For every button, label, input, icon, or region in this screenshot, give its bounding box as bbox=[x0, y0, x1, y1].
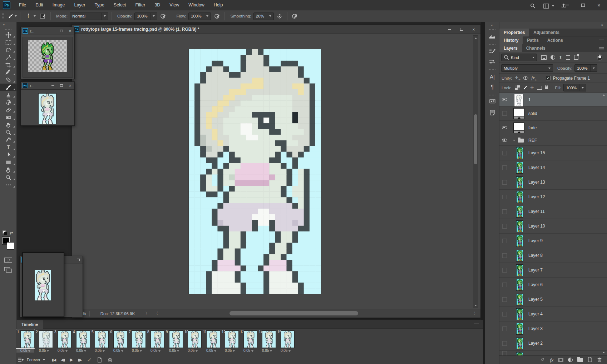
timeline-frame-5[interactable]: 5 0.05 bbox=[91, 330, 109, 353]
flow-select[interactable]: 100% bbox=[188, 13, 211, 20]
pale-character-preview[interactable] bbox=[35, 270, 51, 300]
layer-row[interactable]: Layer 8 bbox=[499, 248, 607, 263]
close-button[interactable]: × bbox=[591, 0, 607, 10]
floating-preview-window-front[interactable] bbox=[22, 252, 64, 317]
timeline-frame-15[interactable]: 15 0.05 bbox=[277, 330, 295, 353]
timeline-frame-6[interactable]: 6 0.05 bbox=[109, 330, 127, 353]
menu-3d[interactable]: 3D bbox=[150, 0, 165, 10]
timeline-frame-8[interactable]: 8 0.05 bbox=[147, 330, 164, 353]
layer-thumbnail[interactable] bbox=[516, 279, 523, 291]
timeline-frame-10[interactable]: 10 0.05 bbox=[184, 330, 202, 353]
layer-thumbnail[interactable] bbox=[516, 264, 523, 276]
smudge-tool[interactable] bbox=[0, 121, 17, 129]
frame-duration-select[interactable]: 0.05 bbox=[221, 349, 239, 353]
background-color-swatch[interactable] bbox=[7, 242, 14, 250]
pale-character-preview[interactable] bbox=[38, 93, 56, 124]
visibility-checkbox[interactable] bbox=[499, 307, 510, 321]
menu-window[interactable]: Window bbox=[184, 0, 209, 10]
pen-tool[interactable] bbox=[0, 136, 17, 144]
swap-colors-icon[interactable]: ⇄ bbox=[10, 231, 13, 235]
doc-size-info[interactable]: Doc: 12.3K/196.9K bbox=[90, 311, 145, 316]
timeline-frame-12[interactable]: 12 0.05 bbox=[221, 330, 239, 353]
visibility-checkbox[interactable] bbox=[499, 106, 510, 120]
layer-style-icon[interactable]: fx bbox=[550, 357, 553, 363]
tool-presets-panel-icon[interactable] bbox=[485, 56, 499, 67]
lock-pixels-icon[interactable] bbox=[523, 85, 528, 90]
fill-select[interactable]: 100% bbox=[563, 84, 586, 91]
fill-layer-thumbnail[interactable] bbox=[513, 108, 524, 119]
floating-window-titlebar[interactable]: Ps r... × bbox=[21, 82, 74, 90]
layer-thumbnail[interactable] bbox=[516, 308, 523, 320]
layer-row[interactable]: Layer 11 bbox=[499, 204, 607, 219]
play-button[interactable]: ▶ bbox=[70, 357, 73, 362]
timeline-frame-2[interactable]: 2 0.05 bbox=[35, 330, 53, 353]
hand-tool[interactable] bbox=[0, 166, 17, 174]
brush-size-picker[interactable]: 1 bbox=[24, 14, 33, 19]
transparent-canvas[interactable] bbox=[28, 40, 67, 72]
layer-thumbnail[interactable] bbox=[516, 191, 523, 203]
visibility-checkbox[interactable] bbox=[499, 146, 510, 160]
rectangle-tool[interactable] bbox=[0, 159, 17, 166]
visibility-checkbox[interactable] bbox=[499, 336, 510, 350]
timeline-frame-1[interactable]: 1 0.05 bbox=[16, 330, 34, 353]
timeline-frame-9[interactable]: 9 0.05 bbox=[165, 330, 183, 353]
maximize-icon[interactable] bbox=[74, 256, 83, 264]
rectangular-marquee-tool[interactable] bbox=[0, 39, 17, 46]
brush-settings-panel-toggle-icon[interactable] bbox=[39, 12, 47, 20]
workspace-caret-icon[interactable] bbox=[552, 5, 554, 7]
frame-duration-select[interactable]: 0.05 bbox=[147, 349, 164, 353]
close-icon[interactable]: × bbox=[66, 28, 74, 35]
unify-visibility-icon[interactable] bbox=[523, 76, 528, 80]
path-selection-tool[interactable] bbox=[0, 151, 17, 159]
history-brush-tool[interactable] bbox=[0, 99, 17, 106]
document-titlebar[interactable]: Ps rottytops large 15-frames tracing.psd… bbox=[72, 25, 480, 34]
floating-document-window-top[interactable]: Ps r... × bbox=[20, 27, 75, 79]
tab-channels[interactable]: Channels bbox=[522, 44, 550, 52]
layer-row[interactable]: fade bbox=[499, 121, 607, 135]
horizontal-scrollbar-thumb[interactable] bbox=[230, 311, 358, 315]
spot-healing-brush-tool[interactable] bbox=[0, 76, 17, 84]
tab-history[interactable]: History bbox=[499, 36, 523, 44]
doc-maximize-icon[interactable] bbox=[455, 25, 468, 34]
lock-position-icon[interactable]: ✛ bbox=[530, 85, 534, 90]
group-expand-caret-icon[interactable] bbox=[513, 140, 515, 141]
frame-duration-select[interactable]: 0.05 bbox=[184, 349, 202, 353]
visibility-checkbox[interactable] bbox=[499, 175, 510, 189]
crop-tool[interactable] bbox=[0, 61, 17, 69]
layer-row[interactable]: Layer 7 bbox=[499, 263, 607, 278]
visibility-checkbox[interactable] bbox=[499, 160, 510, 175]
new-group-icon[interactable] bbox=[577, 358, 583, 362]
collapse-toolbar-icon[interactable]: » bbox=[0, 22, 16, 27]
minimize-icon[interactable] bbox=[49, 82, 57, 89]
canvas[interactable] bbox=[189, 49, 321, 294]
eraser-tool[interactable] bbox=[0, 106, 17, 114]
smoothing-options-gear-icon[interactable] bbox=[275, 12, 284, 20]
hscroll-left-arrow-icon[interactable]: 〈 bbox=[154, 311, 158, 316]
pressure-opacity-icon[interactable] bbox=[159, 12, 168, 20]
horizontal-scrollbar[interactable] bbox=[158, 309, 471, 318]
frame-duration-select[interactable]: 0.05 bbox=[277, 349, 295, 353]
tab-adjustments[interactable]: Adjustments bbox=[529, 29, 564, 36]
layers-scroll-up-icon[interactable] bbox=[603, 94, 605, 96]
unify-position-icon[interactable]: ✛∞ bbox=[515, 75, 520, 81]
visibility-checkbox[interactable] bbox=[499, 263, 510, 277]
layer-thumbnail[interactable] bbox=[516, 147, 523, 159]
lock-artboard-icon[interactable] bbox=[537, 86, 542, 90]
visibility-eye-icon[interactable] bbox=[499, 135, 510, 145]
convert-to-video-timeline-icon[interactable] bbox=[18, 357, 24, 362]
visibility-checkbox[interactable] bbox=[499, 248, 510, 263]
layer-row[interactable]: Layer 2 bbox=[499, 336, 607, 351]
menu-help[interactable]: Help bbox=[209, 0, 228, 10]
layer-row[interactable]: 1 bbox=[499, 93, 607, 106]
panel-menu-icon[interactable] bbox=[599, 39, 604, 43]
filter-type-layers-icon[interactable]: T bbox=[559, 55, 562, 60]
timeline-frame-7[interactable]: 7 0.05 bbox=[128, 330, 146, 353]
layer-thumbnail[interactable] bbox=[516, 294, 523, 305]
panel-menu-icon[interactable] bbox=[599, 31, 604, 35]
propagate-frame-checkbox[interactable]: ✓ bbox=[546, 76, 551, 80]
timeline-frame-13[interactable]: 13 0.05 bbox=[240, 330, 257, 353]
lock-transparency-icon[interactable] bbox=[515, 85, 520, 90]
menu-view[interactable]: View bbox=[165, 0, 184, 10]
paragraph-panel-icon[interactable]: ¶ bbox=[485, 82, 499, 93]
brush-settings-panel-icon[interactable] bbox=[485, 46, 499, 56]
